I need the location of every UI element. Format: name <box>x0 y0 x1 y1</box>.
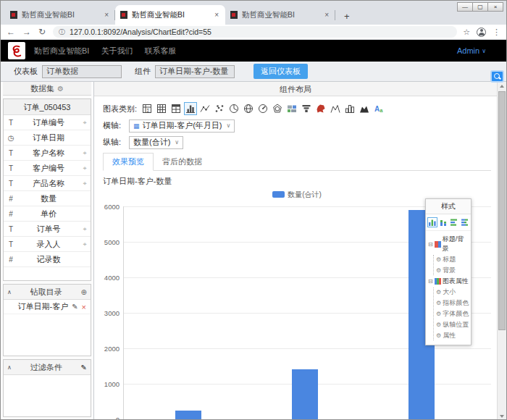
filter-panel: ∧ 过滤条件 ✎ <box>3 359 91 417</box>
url-input[interactable]: ⓘ 127.0.0.1:8092/Analysis/ChartEdit?cid=… <box>53 26 457 38</box>
pivot-table-icon[interactable]: Σ <box>141 102 154 115</box>
picture-map-icon[interactable] <box>285 102 298 115</box>
style-tree-item[interactable]: ⚙大小 <box>436 287 469 297</box>
tree-collapse-icon[interactable]: ⊟ <box>428 278 433 285</box>
xaxis-select[interactable]: ▦ 订单日期-客户(年月日) ∨ <box>129 119 235 133</box>
back-icon[interactable]: ← <box>7 27 15 37</box>
scrollbar-thumb[interactable] <box>498 91 506 330</box>
field-type-label: # <box>4 195 18 203</box>
dataset-name[interactable]: 订单_050453 <box>4 99 91 115</box>
tab-close-icon[interactable]: × <box>213 11 220 19</box>
forward-icon[interactable]: → <box>22 27 31 37</box>
app-logo[interactable] <box>8 42 25 59</box>
bar-2[interactable] <box>292 369 318 419</box>
radar-chart-icon[interactable] <box>271 102 284 115</box>
style-tree-item[interactable]: ⚙标题 <box>436 255 469 264</box>
drill-action-icon[interactable]: ⊕ <box>81 288 87 296</box>
field-name-label: 数量 <box>18 193 79 204</box>
profile-avatar-icon[interactable] <box>477 28 486 37</box>
style-tree-item[interactable]: ⚙背景 <box>436 266 469 275</box>
china-heatmap-icon[interactable] <box>314 102 327 115</box>
stacked-column-style-icon[interactable] <box>438 217 448 227</box>
dataset-field-row[interactable]: #记录数 <box>4 252 91 267</box>
tab-underlying-data[interactable]: 背后的数据 <box>154 154 211 170</box>
field-type-label: T <box>4 164 18 172</box>
gridline <box>124 348 491 349</box>
dataset-field-row[interactable]: T客户名称⌖ <box>4 146 91 161</box>
component-name-input[interactable] <box>155 65 235 78</box>
gear-icon: ⚙ <box>436 267 441 274</box>
tab-close-icon[interactable]: × <box>103 11 110 19</box>
summary-table-icon[interactable] <box>169 102 183 115</box>
svg-text:A: A <box>374 105 380 113</box>
site-info-icon[interactable]: ⓘ <box>59 28 65 37</box>
bar-1[interactable] <box>175 411 201 419</box>
pencil-icon[interactable]: ✎ <box>81 364 87 371</box>
tree-node-label[interactable]: 图表属性 <box>443 277 469 286</box>
style-tree-item[interactable]: ⚙纵轴位置 <box>436 320 469 329</box>
horizontal-bar-style-icon[interactable] <box>449 217 459 227</box>
gauge-chart-icon[interactable] <box>256 102 269 115</box>
tab-effect-preview[interactable]: 效果预览 <box>103 153 154 171</box>
edit-icon[interactable]: ✎ <box>72 303 77 311</box>
new-tab-button[interactable]: + <box>335 11 359 25</box>
horizontal-stacked-bar-style-icon[interactable] <box>460 217 470 227</box>
window-minimize-button[interactable]: — <box>457 2 473 12</box>
dataset-field-row[interactable]: T订单编号⌖ <box>4 115 91 130</box>
tree-node-label[interactable]: 标题/背景 <box>443 235 469 253</box>
user-menu[interactable]: Admin ∨ <box>457 46 486 55</box>
dataset-field-row[interactable]: T客户编号⌖ <box>4 161 91 176</box>
window-restore-button[interactable]: ▢ <box>472 2 488 12</box>
scroll-down-arrow-icon[interactable] <box>498 412 506 420</box>
peak-chart-icon[interactable] <box>329 102 342 115</box>
world-map-icon[interactable] <box>242 102 255 115</box>
field-type-label: T <box>4 180 18 188</box>
bookmark-star-icon[interactable]: ☆ <box>463 28 470 37</box>
dataset-field-row[interactable]: #数量 <box>4 191 91 206</box>
reload-icon[interactable]: ↻ <box>38 27 46 37</box>
tree-collapse-icon[interactable]: ⊟ <box>428 241 433 248</box>
nav-link-about[interactable]: 关于我们 <box>101 46 133 56</box>
tab-close-icon[interactable]: × <box>323 11 330 19</box>
dataset-field-row[interactable]: T订单号⌖ <box>4 222 91 237</box>
site-favicon <box>10 11 17 19</box>
yaxis-select[interactable]: 数量(合计) ∨ <box>129 136 183 149</box>
dashboard-name-input[interactable] <box>42 65 122 78</box>
vertical-scrollbar[interactable] <box>497 82 506 420</box>
line-chart-icon[interactable] <box>198 102 211 115</box>
search-button[interactable] <box>490 70 504 83</box>
scatter-plot-icon[interactable] <box>213 102 226 115</box>
grouped-column-style-icon[interactable] <box>427 217 437 227</box>
browser-tab[interactable]: 勤哲商业智能BI × <box>5 5 115 25</box>
dataset-field-row[interactable]: #单价 <box>4 206 91 222</box>
brand-label[interactable]: 勤哲商业智能BI <box>34 46 89 56</box>
bar-chart-icon[interactable] <box>184 102 197 115</box>
gear-icon: ⚙ <box>436 256 441 263</box>
histogram-icon[interactable] <box>343 102 356 115</box>
field-name-label: 单价 <box>18 209 79 219</box>
clock-icon: ◷ <box>4 134 18 142</box>
dataset-field-row[interactable]: T产品名称⌖ <box>4 176 91 191</box>
dataset-field-row[interactable]: ◷订单日期 <box>4 130 91 146</box>
filled-area-chart-icon[interactable] <box>358 102 371 115</box>
funnel-chart-icon[interactable] <box>300 102 313 115</box>
nav-link-support[interactable]: 联系客服 <box>144 46 176 56</box>
dataset-field-row[interactable]: T录入人⌖ <box>4 237 91 252</box>
style-tree-item[interactable]: ⚙指标颜色 <box>436 298 469 308</box>
gear-icon[interactable]: ⚙ <box>57 85 64 93</box>
grid-table-icon[interactable] <box>155 102 168 115</box>
pie-chart-icon[interactable] <box>227 102 240 115</box>
back-to-dashboard-button[interactable]: 返回仪表板 <box>254 64 308 79</box>
style-tree-item[interactable]: ⚙字体颜色 <box>436 309 469 319</box>
browser-menu-icon[interactable]: ⋮ <box>493 28 500 37</box>
drill-title: 钻取目录 <box>12 287 81 298</box>
window-close-button[interactable]: × <box>487 2 503 12</box>
delete-icon[interactable]: × <box>82 303 86 311</box>
word-cloud-icon[interactable]: Aa <box>372 102 385 115</box>
drill-item[interactable]: 订单日期-客户 ✎ × <box>4 300 91 314</box>
browser-tab[interactable]: 勤哲商业智能BI × <box>225 5 335 25</box>
browser-tab-active[interactable]: 勤哲商业智能BI × <box>115 5 225 25</box>
svg-text:Σ: Σ <box>147 108 150 113</box>
style-tree-item[interactable]: ⚙属性 <box>436 331 469 340</box>
scroll-up-arrow-icon[interactable] <box>498 82 506 91</box>
